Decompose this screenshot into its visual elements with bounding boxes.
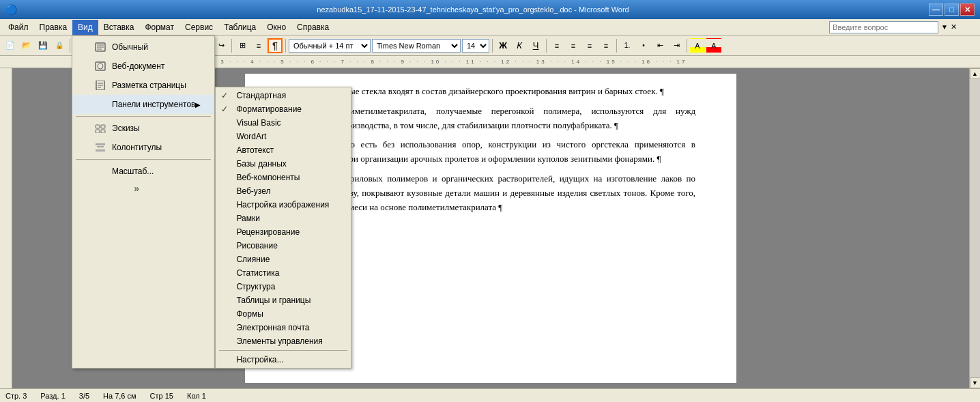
size-select[interactable]: 14 [462, 39, 489, 53]
font-select[interactable]: Times New Roman [372, 39, 461, 53]
submenu-item-stats[interactable]: Статистика [216, 266, 351, 280]
sep6 [492, 39, 493, 53]
minimize-button[interactable]: — [929, 3, 943, 16]
align-left-button[interactable]: ≡ [549, 38, 564, 53]
menu-item-headers[interactable]: Колонтитулы [72, 138, 214, 157]
menu-item-sketches[interactable]: Эскизы [72, 119, 214, 138]
italic-button[interactable]: К [512, 38, 527, 53]
menu-insert[interactable]: Вставка [98, 20, 140, 35]
dropdown-container: Обычный Веб-документ Разметка страницы П… [72, 35, 351, 369]
more-icon: » [134, 183, 139, 194]
submenu-item-tablesborders[interactable]: Таблицы и границы [216, 293, 351, 307]
panels-submenu: ✓ Стандартная ✓ Форматирование Visual Ba… [215, 87, 351, 369]
submenu-item-vba[interactable]: Visual Basic [216, 116, 351, 130]
menu-panels-label: Панели инструментов [112, 100, 195, 109]
svg-rect-12 [96, 130, 100, 133]
maximize-button[interactable]: □ [945, 3, 959, 16]
menu-separator-2 [76, 159, 211, 160]
submenu-item-email[interactable]: Электронная почта [216, 321, 351, 334]
submenu-stats-label: Статистика [236, 268, 279, 278]
normal-icon [93, 40, 108, 55]
submenu-review-label: Рецензирование [236, 227, 300, 237]
standard-check-icon: ✓ [221, 91, 228, 100]
submenu-item-webcomponents[interactable]: Веб-компоненты [216, 171, 351, 184]
menu-separator-1 [76, 116, 211, 117]
menu-item-web[interactable]: Веб-документ [72, 57, 214, 76]
align-center-button[interactable]: ≡ [566, 38, 581, 53]
align-justify-button[interactable]: ≡ [599, 38, 614, 53]
menu-item-panels[interactable]: Панели инструментов ▶ [72, 95, 214, 114]
search-bar: ▼ ✕ [829, 21, 957, 33]
app-container: 🔵 nezabudka15_17-11-2015-23-47_tehniches… [0, 0, 980, 402]
submenu-wordart-label: WordArt [236, 132, 266, 141]
statusbar: Стр. 3 Разд. 1 3/5 На 7,6 см Стр 15 Кол … [0, 388, 980, 402]
save-button[interactable]: 💾 [35, 38, 51, 53]
indent-increase-button[interactable]: ⇥ [669, 38, 684, 53]
new-button[interactable]: 📄 [3, 38, 18, 53]
submenu-separator [219, 350, 347, 351]
menu-markup-label: Разметка страницы [112, 81, 186, 90]
scroll-down-button[interactable]: ▼ [970, 377, 981, 388]
menu-item-normal[interactable]: Обычный [72, 38, 214, 57]
underline-button[interactable]: Ч [528, 38, 543, 53]
menu-item-more[interactable]: » [72, 181, 214, 196]
menu-format[interactable]: Формат [139, 20, 179, 35]
align-right-button[interactable]: ≡ [582, 38, 597, 53]
menu-edit[interactable]: Правка [34, 20, 73, 35]
submenu-item-forms[interactable]: Формы [216, 307, 351, 321]
submenu-item-imagesetup[interactable]: Настройка изображения [216, 198, 351, 212]
svg-point-5 [98, 63, 103, 69]
markup-icon [93, 78, 108, 93]
highlight-button[interactable]: A [690, 38, 705, 53]
menu-item-scale[interactable]: Масштаб... [72, 162, 214, 181]
submenu-forms-label: Формы [236, 309, 263, 319]
titlebar-title: nezabudka15_17-11-2015-23-47_tehnicheska… [17, 5, 929, 14]
sep8 [616, 39, 617, 53]
menu-view[interactable]: Вид [72, 20, 98, 35]
menu-file[interactable]: Файл [3, 20, 34, 35]
list-num-button[interactable]: 1. [620, 38, 635, 53]
color-button[interactable]: A [706, 38, 721, 53]
submenu-webnode-label: Веб-узел [236, 186, 270, 196]
submenu-item-settings[interactable]: Настройка... [216, 353, 351, 367]
menu-web-label: Веб-документ [112, 61, 164, 71]
menu-service[interactable]: Сервис [179, 20, 218, 35]
submenu-item-structure[interactable]: Структура [216, 280, 351, 293]
app-icon: 🔵 [5, 4, 17, 15]
bold-button[interactable]: Ж [495, 38, 510, 53]
submenu-item-autotext[interactable]: Автотекст [216, 143, 351, 157]
formatting-check-icon: ✓ [221, 104, 228, 114]
submenu-item-frames[interactable]: Рамки [216, 212, 351, 225]
menu-table[interactable]: Таблица [218, 20, 261, 35]
close-button[interactable]: ✕ [960, 3, 975, 16]
menu-headers-label: Колонтитулы [112, 143, 162, 152]
submenu-item-databases[interactable]: Базы данных [216, 157, 351, 171]
submenu-item-merge[interactable]: Слияние [216, 253, 351, 266]
search-close-icon[interactable]: ✕ [951, 23, 957, 31]
submenu-item-formatting[interactable]: ✓ Форматирование [216, 102, 351, 116]
list-bullet-button[interactable]: • [636, 38, 651, 53]
svg-rect-14 [96, 143, 105, 145]
menu-window[interactable]: Окно [261, 20, 291, 35]
submenu-item-standard[interactable]: ✓ Стандартная [216, 89, 351, 102]
submenu-item-wordart[interactable]: WordArt [216, 130, 351, 143]
submenu-item-controls[interactable]: Элементы управления [216, 334, 351, 348]
open-button[interactable]: 📂 [19, 38, 34, 53]
titlebar: 🔵 nezabudka15_17-11-2015-23-47_tehniches… [0, 0, 980, 19]
scrollbar-right[interactable]: ▲ ▼ [969, 68, 980, 388]
submenu-item-webnode[interactable]: Веб-узел [216, 184, 351, 198]
svg-rect-11 [101, 125, 105, 128]
indent-decrease-button[interactable]: ⇤ [652, 38, 667, 53]
scroll-up-button[interactable]: ▲ [970, 68, 981, 79]
submenu-item-review[interactable]: Рецензирование [216, 225, 351, 239]
submenu-item-drawing[interactable]: Рисование [216, 239, 351, 253]
permissions-button[interactable]: 🔒 [52, 38, 67, 53]
submenu-formatting-label: Форматирование [236, 104, 302, 114]
menu-help[interactable]: Справка [291, 20, 334, 35]
scroll-track [970, 79, 981, 377]
menu-item-markup[interactable]: Разметка страницы [72, 76, 214, 95]
search-input[interactable] [829, 21, 938, 33]
submenu-vba-label: Visual Basic [236, 118, 280, 128]
menu-normal-label: Обычный [112, 42, 148, 52]
svg-rect-15 [96, 149, 105, 152]
